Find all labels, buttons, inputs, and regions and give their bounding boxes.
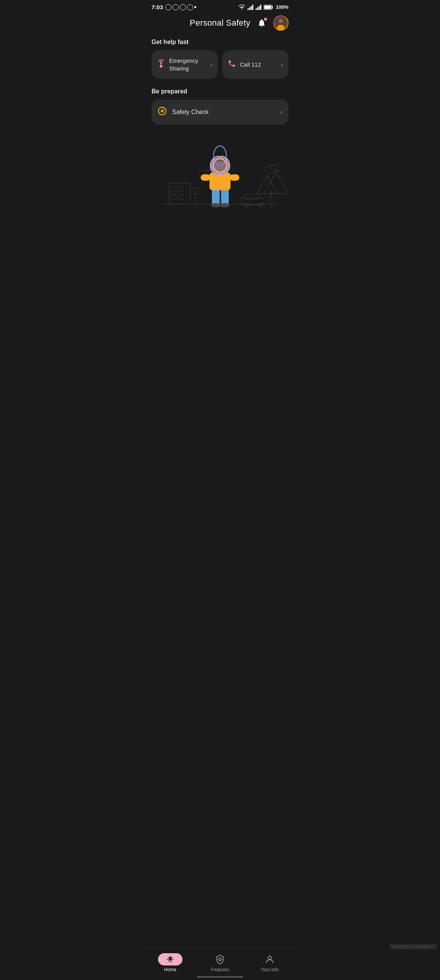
avatar[interactable] [273, 15, 288, 31]
status-right: 100% [238, 4, 288, 10]
svg-point-3 [279, 19, 283, 23]
svg-rect-1 [264, 5, 271, 9]
svg-point-5 [160, 62, 162, 64]
battery-percent: 100% [276, 4, 288, 10]
svg-marker-17 [269, 190, 273, 204]
section-label-help: Get help fast [152, 39, 288, 46]
svg-rect-8 [169, 183, 190, 204]
avatar-inner [274, 16, 288, 30]
signal-icon [248, 5, 253, 10]
header-actions [255, 15, 288, 31]
wifi-icon [238, 5, 245, 10]
safety-check-arrow: › [280, 109, 282, 116]
status-left: 7:03 [152, 4, 196, 10]
svg-point-26 [271, 164, 281, 171]
app-icon-2 [173, 4, 179, 10]
status-app-icons [165, 4, 196, 10]
safety-check-label: Safety Check [172, 109, 275, 116]
status-time: 7:03 [152, 4, 163, 10]
svg-point-34 [220, 203, 230, 207]
status-bar: 7:03 [145, 0, 295, 12]
svg-rect-20 [244, 194, 260, 199]
main-content: Get help fast Emergency Sharing › [145, 39, 295, 218]
call-112-card[interactable]: Call 112 › [222, 50, 288, 79]
svg-rect-14 [190, 188, 200, 194]
svg-rect-30 [201, 174, 211, 181]
battery-icon [264, 5, 274, 10]
svg-rect-31 [230, 174, 240, 181]
section-label-prepared: Be prepared [152, 88, 288, 95]
emergency-sharing-card[interactable]: Emergency Sharing › [152, 50, 218, 79]
app-icon-1 [165, 4, 171, 10]
notification-dot [264, 18, 267, 21]
status-dot [194, 6, 196, 8]
svg-point-25 [265, 165, 277, 173]
safety-check-icon [158, 106, 167, 118]
call-icon [228, 59, 236, 70]
svg-point-33 [211, 203, 221, 207]
svg-rect-9 [172, 187, 176, 192]
svg-rect-10 [179, 187, 183, 192]
page-title: Personal Safety [190, 18, 250, 28]
emergency-sharing-icon [157, 59, 165, 70]
svg-marker-15 [257, 176, 278, 194]
svg-rect-11 [172, 194, 176, 199]
app-icon-4 [187, 4, 193, 10]
app-header: Personal Safety [145, 12, 295, 36]
svg-rect-27 [212, 188, 220, 204]
safety-check-card[interactable]: Safety Check › [152, 100, 288, 125]
svg-rect-29 [209, 173, 230, 190]
call-112-arrow: › [281, 61, 283, 68]
call-112-label: Call 112 [240, 61, 277, 69]
avatar-image [274, 16, 288, 30]
svg-rect-28 [221, 188, 229, 204]
svg-rect-12 [179, 194, 183, 199]
emergency-sharing-arrow: › [210, 61, 212, 68]
signal2-icon [256, 5, 261, 10]
illustration [152, 134, 288, 218]
help-cards-row: Emergency Sharing › Call 112 › [152, 50, 288, 79]
hero-illustration [152, 134, 288, 218]
notifications-button[interactable] [255, 16, 269, 30]
emergency-sharing-label: Emergency Sharing [169, 57, 207, 72]
app-icon-3 [180, 4, 186, 10]
